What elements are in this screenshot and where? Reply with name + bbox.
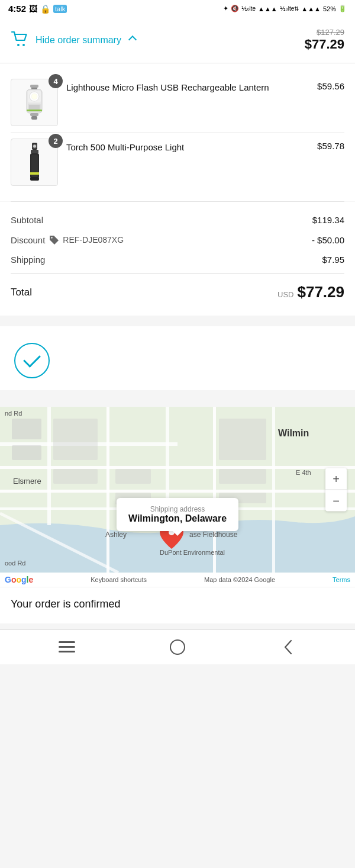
discount-code: REF-DJE087XG: [63, 235, 124, 245]
hide-order-summary-link[interactable]: Hide order summary: [36, 35, 121, 46]
map-zoom-in-button[interactable]: +: [325, 468, 347, 490]
svg-rect-27: [47, 407, 51, 525]
check-mark-icon: [23, 350, 41, 368]
item-details-2: Torch 500 Multi-Purpose Light $59.78: [66, 139, 344, 153]
discount-row: Discount REF-DJE087XG - $50.00: [11, 230, 344, 250]
map-tooltip-city: Wilmington, Delaware: [128, 513, 227, 524]
signal-icon1: ▲▲▲: [258, 5, 277, 12]
battery-level: 52%: [323, 5, 336, 12]
chat-icon: talk: [53, 5, 67, 13]
svg-rect-33: [12, 419, 41, 439]
svg-rect-55: [59, 651, 75, 652]
nav-home-button[interactable]: [166, 638, 189, 656]
svg-rect-31: [272, 407, 275, 573]
bluetooth-icon: ✦: [223, 5, 228, 12]
order-header-price: $127.29 $77.29: [305, 28, 344, 52]
current-price: $77.29: [305, 37, 344, 52]
svg-rect-17: [30, 172, 39, 175]
svg-text:Elsmere: Elsmere: [13, 477, 41, 486]
svg-rect-14: [31, 150, 38, 153]
photo-icon: 🖼: [29, 4, 37, 14]
item-details-1: Lighthouse Micro Flash USB Rechargeable …: [66, 79, 344, 94]
svg-rect-2: [30, 85, 38, 88]
subtotal-value: $119.34: [312, 215, 344, 225]
order-item-2: 2 Torch 500 Multi-Purpose Light $59.78: [11, 132, 344, 192]
subtotal-label: Subtotal: [11, 215, 43, 225]
grand-total-value: $77.29: [297, 283, 344, 301]
nav-back-button[interactable]: [276, 638, 300, 656]
map-svg: nd Rd Elsmere Wilmin E 4th Ashley ase Fi…: [0, 407, 355, 573]
cart-icon: [11, 31, 30, 47]
svg-rect-10: [30, 113, 38, 116]
order-totals: Subtotal $119.34 Discount REF-DJE087XG -…: [0, 202, 355, 316]
item-badge-2: 2: [49, 134, 63, 148]
item-price-2: $59.78: [317, 141, 344, 151]
back-icon: [283, 639, 293, 655]
map-data-label: Map data ©2024 Google: [204, 576, 275, 583]
grand-total-currency: USD: [277, 290, 293, 299]
map-zoom-controls[interactable]: + −: [325, 468, 347, 512]
check-circle: [14, 343, 50, 378]
lantern-svg: [20, 83, 49, 122]
item-name-1: Lighthouse Micro Flash USB Rechargeable …: [66, 81, 317, 94]
order-header: Hide order summary $127.29 $77.29: [0, 17, 355, 63]
svg-rect-53: [59, 641, 75, 643]
nav-menu-button[interactable]: [55, 638, 79, 656]
discount-label-wrap: Discount REF-DJE087XG: [11, 234, 124, 245]
lock-icon: 🔒: [40, 4, 50, 14]
torch-svg: [24, 142, 45, 183]
confirmed-text: Your order is confirmed: [11, 598, 120, 610]
svg-rect-25: [0, 490, 355, 493]
bottom-nav: [0, 629, 355, 664]
item-badge-1: 4: [49, 74, 63, 88]
svg-rect-35: [53, 419, 98, 460]
svg-rect-34: [12, 445, 41, 460]
grand-total-right: USD $77.29: [277, 283, 344, 301]
svg-rect-29: [166, 407, 169, 513]
keyboard-shortcuts[interactable]: Keyboard shortcuts: [91, 576, 147, 583]
shipping-value: $7.95: [322, 255, 344, 265]
map-zoom-out-button[interactable]: −: [325, 490, 347, 512]
svg-rect-12: [27, 110, 42, 111]
item-img-wrap-2: 2: [11, 139, 58, 186]
svg-rect-54: [59, 646, 75, 648]
svg-point-0: [17, 44, 20, 46]
discount-value: - $50.00: [312, 235, 344, 245]
mute-icon: 🔇: [231, 5, 239, 12]
map-tooltip-sub: Shipping address: [128, 505, 227, 513]
svg-point-21: [51, 237, 53, 238]
order-item-1: 4 Lighthouse Micro Flash USB Rechargeabl…: [11, 73, 344, 132]
google-logo-bar: Google Keyboard shortcuts Map data ©2024…: [0, 573, 355, 587]
google-logo: Google: [5, 575, 33, 584]
lte-icon1: ⅒lte: [241, 5, 256, 12]
svg-rect-28: [106, 407, 109, 573]
signal-icon2: ▲▲▲: [301, 5, 321, 12]
shipping-row: Shipping $7.95: [11, 250, 344, 269]
svg-text:E 4th: E 4th: [296, 469, 311, 476]
totals-divider: [11, 273, 344, 274]
svg-rect-38: [219, 419, 266, 460]
discount-label: Discount: [11, 235, 45, 245]
cart-icon-wrap: [11, 31, 30, 50]
original-price: $127.29: [305, 28, 344, 37]
status-bar: 4:52 🖼 🔒 talk ✦ 🔇 ⅒lte ▲▲▲ ⅒lte⇅ ▲▲▲ 52%…: [0, 0, 355, 17]
svg-rect-20: [30, 177, 39, 181]
svg-rect-11: [31, 116, 37, 120]
svg-text:nd Rd: nd Rd: [5, 410, 22, 417]
svg-text:ood Rd: ood Rd: [5, 560, 25, 567]
grand-total-label: Total: [11, 287, 32, 298]
map-container[interactable]: nd Rd Elsmere Wilmin E 4th Ashley ase Fi…: [0, 407, 355, 573]
map-tooltip: Shipping address Wilmington, Delaware: [117, 498, 238, 531]
svg-rect-37: [115, 469, 151, 484]
terms-link[interactable]: Terms: [333, 576, 350, 583]
lte-icon2: ⅒lte⇅: [280, 5, 299, 12]
svg-text:DuPont Environmental: DuPont Environmental: [160, 549, 225, 556]
discount-tag-icon: [49, 234, 59, 245]
status-time: 4:52: [8, 4, 26, 14]
chevron-up-icon: [128, 35, 137, 43]
svg-point-7: [31, 94, 37, 99]
item-price-1: $59.56: [317, 81, 344, 91]
section-spacer-2: [0, 390, 355, 401]
home-icon: [170, 639, 185, 655]
item-name-2: Torch 500 Multi-Purpose Light: [66, 141, 317, 153]
